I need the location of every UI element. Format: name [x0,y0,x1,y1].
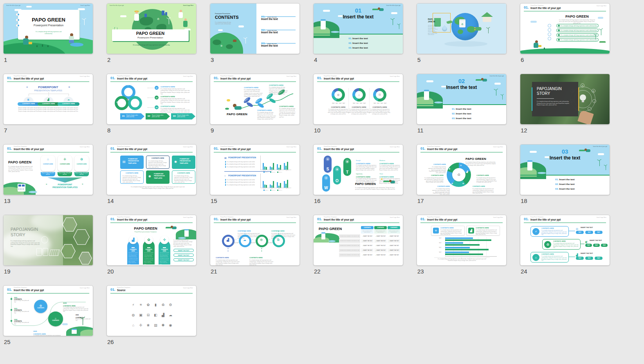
slide-thumbnail-16[interactable]: ✿ S ⚙ W ✽ O ◉ T Strength CONTENTS HERE I… [313,144,403,195]
water-hand-icon: ✿ [147,303,150,307]
slide-thumbnail-24[interactable]: ⚡ CONTENTS HERE It's a template design w… [520,215,610,266]
insert-label: INSERT THE TEXT [590,240,602,241]
bar [263,181,264,188]
slide-thumbnail-1[interactable]: Insert the title of your ppt Insert Logo… [3,3,93,54]
wind-turbine-icon: ✢ [160,235,169,244]
slide-thumbnail-19[interactable]: PAPOJANGIN STORY It's a template design … [3,215,93,266]
bullet-item: It's a template design with long experie… [225,179,255,181]
recycle-icon: ♻ [452,168,465,181]
legend-row: · TEXT · TEXT · TEXT · TEXT [348,103,370,104]
header-title: Insert the title of your ppt [110,5,124,6]
table-cell: ✓ INSERT THE TEXT [374,248,387,252]
slide-cell: ⚡ CONTENTS HERE It's a template design w… [520,215,610,285]
slide-number: 4 [314,56,403,63]
insert-pill[interactable]: INSERT THE TEXT [173,254,194,257]
text-pill[interactable]: TEXT [593,244,600,247]
legend-card: ✢ CONTENTS HERE It's a template design w… [431,226,465,235]
insert-pill[interactable]: INSERT THE TEXT [173,249,194,252]
column-dash [147,247,150,248]
table-cell: ✓ INSERT THE TEXT [388,253,400,257]
text-pill[interactable]: TEXT [585,231,593,234]
slide-number: 11 [417,127,507,134]
wind-turbine-icon: ✢ [58,158,72,161]
swot-letter: S [324,167,332,171]
slide-thumbnail-2[interactable]: Insert the title of your ppt Insert Logo… [106,3,197,54]
check-icon: ✓ [558,39,560,41]
axis-line [445,256,497,257]
swot-label: Strength [356,160,361,161]
section-title: Insert the text [417,85,506,90]
header-number: 01. [524,5,529,9]
slide-thumbnail-3[interactable]: Powerpoint Presentation CONTENTS It's a … [210,3,300,54]
bar [445,244,480,246]
text-pill[interactable]: TEXT [595,231,603,234]
slide-thumbnail-23[interactable]: ✢ CONTENTS HERE It's a template design w… [417,215,507,266]
house [599,41,606,47]
open-quote: “ [46,183,47,186]
slide-thumbnail-9[interactable]: STEP 01 STEP 02 STEP 03 STEP 04 CONTENTS… [210,74,300,125]
slide-thumbnail-7[interactable]: “ ” POWERPOINT PRESENTATION TEMPLATES ◧ … [3,74,93,125]
contents-text: It's a template design with long experie… [249,260,274,266]
header-number: 01. [317,147,322,150]
text-pill[interactable]: TEXT [601,244,608,247]
legend: TEXT 1 TEXT 2 TEXT 3 [263,172,282,173]
contents-heading: CONTENTS HERE [437,186,450,187]
slide-thumbnail-10[interactable]: ◍ ⌂ ⊟ · TEXT · TEXT · TEXT · TEXT · TEXT… [313,74,403,125]
toc-underline [261,16,296,17]
list-item: 02. Insert the text [314,42,403,47]
solar-panel-icon: ▤ [154,323,157,327]
header-title: Insert the title of your ppt [324,77,354,80]
bar [278,186,280,188]
building [165,12,167,15]
text-pill[interactable]: TEXT [585,257,593,260]
contents-text: It's a template design with long experie… [244,89,263,98]
house-icon: ⌂ [355,91,363,99]
slide-thumbnail-14[interactable]: ▤ POWERPOINT PRESENTATION TEMPLATES CONT… [106,144,197,195]
slide-thumbnail-22[interactable]: PAPO GREEN CONTENTS CONTENTS CONTENTS Ea… [313,215,403,266]
sprout-hand-icon: ❀ [147,323,150,327]
header-small-label: PowerPoint Templates [530,216,544,218]
text-pill[interactable]: TEXT [595,257,603,260]
section-number: 03 [520,148,610,155]
slide-thumbnail-13[interactable]: PAPO GREEN It's a template design with l… [3,144,93,195]
girl-skirt [69,40,74,43]
legend-item: TEXT 3 [277,190,282,191]
slide-thumbnail-6[interactable]: PAPO GREEN It's a template design with l… [520,3,610,54]
text-pill[interactable]: TEXT [576,231,584,234]
slide-thumbnail-15[interactable]: ▤ POWERPOINT PRESENTATION It's a templat… [210,144,300,195]
building [162,11,164,15]
table-cell: ✓ INSERT THE TEXT [388,244,400,248]
slide-number: 19 [4,268,93,275]
slide-thumbnail-26[interactable]: PowerPoint Templates Insert Logo Here 01… [106,285,197,336]
insert-pill[interactable]: INSERT THE TEXT [173,258,194,261]
slide-thumbnail-8[interactable]: ☼ ⚙ ✿ ♻ 01 CONTENTS HERE It's a template… [106,74,197,125]
panel-tagline: It's a template design with long experie… [215,22,237,25]
slide-thumbnail-17[interactable]: PAPO GREEN It's a template design with l… [417,144,507,195]
bar-chart [260,174,291,188]
slide-sorter-grid: Insert the title of your ppt Insert Logo… [3,3,610,356]
footer-text: It's a template design with long experie… [128,186,187,190]
spiral-dot [18,25,19,26]
slide-thumbnail-5[interactable]: ♻ PAPO JANGIN It's a template design wit… [417,3,507,54]
slide-thumbnail-12[interactable]: ♻ ⚙ ✿ ◍ ⌂ ▮ ☼ PAPOJANGIN STORY It's a te… [520,74,610,125]
contents-heading: CONTENTS HERE [433,164,446,165]
wind-turbine-icon [166,17,171,25]
contents-heading: CONTENTS HERE [327,106,350,108]
cover-tagline: It's a template design with long experie… [107,44,196,46]
slide-thumbnail-4[interactable]: Insert the title of your ppt 01 Insert t… [313,3,403,54]
cloud [530,21,537,23]
slide-number: 23 [417,268,507,275]
text-pill[interactable]: TEXT [576,257,584,260]
cloud-icon: ☁ [169,313,172,317]
panel-small-label: Powerpoint Presentation [215,13,230,14]
text-pill[interactable]: TEXT [585,244,592,247]
slide-thumbnail-25[interactable]: 2022 CONTENTS Easy to change colors phot… [3,285,93,336]
filled-card: ◉ POWERPOINT PRESENTATION TEMPLATES [172,156,195,169]
slide-thumbnail-11[interactable]: Insert the title of your ppt 02 Insert t… [417,74,507,125]
slide-thumbnail-18[interactable]: Insert the title of your ppt 03 Insert t… [520,144,610,195]
bulb-base [582,101,584,102]
recycle-icon: ♻ [161,303,164,307]
slide-thumbnail-20[interactable]: PAPO GREEN PowerPoint presentation Templ… [106,215,197,266]
arrow-chevron: › [235,238,236,241]
slide-thumbnail-21[interactable]: CONTENTS HERE It's a template design wit… [210,215,300,266]
